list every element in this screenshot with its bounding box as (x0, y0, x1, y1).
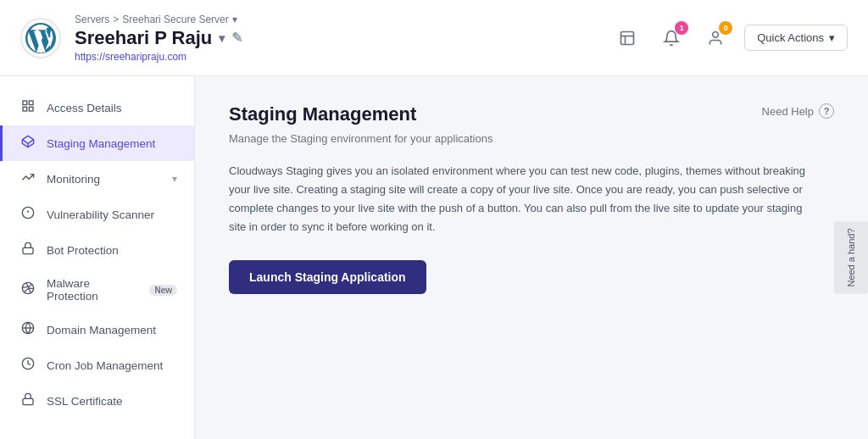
notes-icon-btn[interactable] (612, 23, 643, 53)
svg-rect-19 (23, 398, 33, 404)
user-icon-btn[interactable]: 0 (700, 23, 731, 53)
malware-protection-icon (19, 281, 36, 298)
sidebar-item-monitoring[interactable]: Monitoring ▾ (0, 161, 194, 197)
svg-rect-14 (23, 247, 33, 253)
sidebar-label-bot-protection: Bot Protection (47, 244, 119, 257)
layout: Access Details Staging Management Monito… (0, 76, 868, 439)
title-chevron[interactable]: ▾ (219, 31, 225, 45)
sidebar-label-malware-protection: Malware Protection (47, 277, 136, 303)
breadcrumb-chevron[interactable]: ▾ (232, 14, 237, 25)
sidebar-label-staging-management: Staging Management (47, 137, 155, 150)
launch-staging-button[interactable]: Launch Staging Application (229, 260, 426, 294)
svg-rect-6 (29, 101, 33, 105)
svg-point-4 (713, 31, 719, 37)
sidebar-item-ssl-certificate[interactable]: SSL Certificate (0, 383, 194, 419)
side-tab-container: Need a hand? (834, 221, 868, 293)
ssl-certificate-icon (19, 392, 36, 409)
header-title-row: Sreehari P Raju ▾ ✎ (75, 27, 598, 49)
bot-protection-icon (19, 242, 36, 258)
sidebar: Access Details Staging Management Monito… (0, 76, 195, 439)
breadcrumb: Servers > Sreehari Secure Server ▾ (75, 14, 598, 25)
quick-actions-chevron: ▾ (829, 31, 835, 44)
monitoring-icon (19, 170, 36, 187)
svg-rect-7 (23, 107, 27, 111)
sidebar-label-domain-management: Domain Management (47, 324, 156, 336)
sidebar-item-cron-job-management[interactable]: Cron Job Management (0, 347, 194, 383)
title-edit-icon[interactable]: ✎ (231, 30, 242, 46)
need-a-hand-tab[interactable]: Need a hand? (834, 221, 868, 293)
page-title: Staging Management (229, 103, 416, 125)
malware-protection-new-badge: New (149, 285, 177, 296)
sidebar-label-monitoring: Monitoring (47, 173, 100, 186)
main-content: Staging Management Need Help ? Manage th… (195, 76, 868, 439)
sidebar-item-bot-protection[interactable]: Bot Protection (0, 232, 194, 268)
sidebar-label-access-details: Access Details (47, 102, 122, 114)
help-circle-icon: ? (819, 103, 834, 119)
need-help-button[interactable]: Need Help ? (762, 103, 834, 119)
monitoring-chevron: ▾ (172, 173, 177, 185)
sidebar-item-access-details[interactable]: Access Details (0, 90, 194, 125)
sidebar-label-ssl-certificate: SSL Certificate (47, 395, 123, 408)
svg-rect-5 (23, 101, 27, 105)
vulnerability-scanner-icon (19, 206, 36, 223)
server-title: Sreehari P Raju (75, 27, 212, 49)
page-subtitle: Manage the Staging environment for your … (229, 132, 834, 145)
header: Servers > Sreehari Secure Server ▾ Sreeh… (0, 0, 868, 76)
header-actions: 1 0 Quick Actions ▾ (612, 23, 848, 53)
user-badge: 0 (719, 21, 732, 35)
need-help-label: Need Help (762, 105, 814, 118)
page-header: Staging Management Need Help ? (229, 103, 834, 125)
sidebar-label-cron-job-management: Cron Job Management (47, 359, 163, 372)
sidebar-item-domain-management[interactable]: Domain Management (0, 312, 194, 347)
breadcrumb-sep: > (113, 14, 119, 25)
staging-description: Cloudways Staging gives you an isolated … (229, 162, 805, 236)
sidebar-item-staging-management[interactable]: Staging Management (0, 125, 194, 161)
header-info: Servers > Sreehari Secure Server ▾ Sreeh… (75, 14, 598, 63)
cron-job-icon (19, 357, 36, 374)
domain-management-icon (19, 321, 36, 338)
site-logo (20, 18, 61, 58)
sidebar-label-vulnerability-scanner: Vulnerability Scanner (47, 208, 154, 221)
breadcrumb-server-name[interactable]: Sreehari Secure Server (122, 14, 228, 25)
server-url[interactable]: https://sreeharipraju.com (75, 51, 598, 63)
quick-actions-label: Quick Actions (757, 31, 824, 44)
sidebar-item-vulnerability-scanner[interactable]: Vulnerability Scanner (0, 197, 194, 232)
access-details-icon (19, 99, 36, 116)
breadcrumb-servers[interactable]: Servers (75, 14, 109, 25)
svg-rect-1 (621, 31, 634, 44)
sidebar-item-malware-protection[interactable]: Malware Protection New (0, 268, 194, 312)
quick-actions-button[interactable]: Quick Actions ▾ (744, 25, 848, 51)
notifications-icon-btn[interactable]: 1 (656, 23, 687, 53)
svg-rect-8 (29, 107, 33, 111)
notifications-badge: 1 (675, 21, 688, 35)
staging-icon (19, 135, 36, 152)
